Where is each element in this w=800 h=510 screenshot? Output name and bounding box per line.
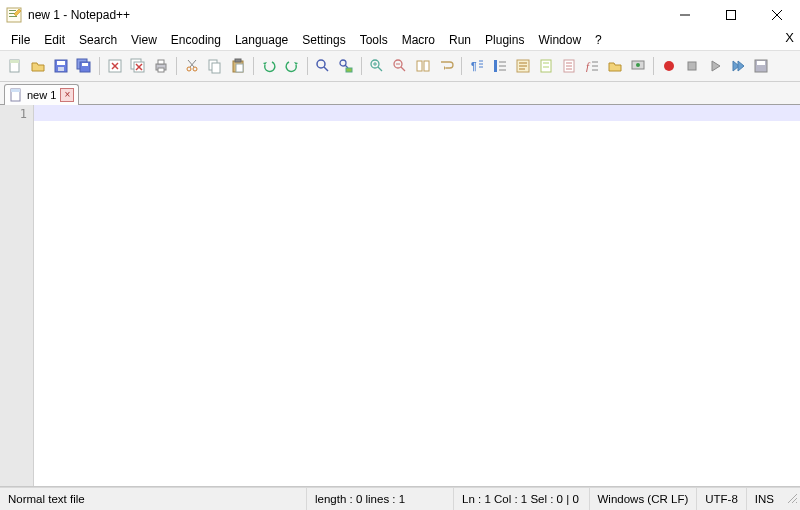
zoom-out-icon[interactable] xyxy=(389,55,411,77)
svg-rect-15 xyxy=(82,63,88,66)
svg-rect-1 xyxy=(9,10,16,11)
copy-icon[interactable] xyxy=(204,55,226,77)
new-file-icon[interactable] xyxy=(4,55,26,77)
svg-rect-9 xyxy=(10,60,19,63)
paste-icon[interactable] xyxy=(227,55,249,77)
line-number: 1 xyxy=(0,107,27,121)
statusbar: Normal text file length : 0 lines : 1 Ln… xyxy=(0,487,800,510)
redo-icon[interactable] xyxy=(281,55,303,77)
print-icon[interactable] xyxy=(150,55,172,77)
svg-rect-31 xyxy=(212,63,220,73)
svg-rect-39 xyxy=(346,68,352,72)
menu-edit[interactable]: Edit xyxy=(37,31,72,49)
status-position: Ln : 1 Col : 1 Sel : 0 | 0 xyxy=(454,488,590,510)
indent-guide-icon[interactable] xyxy=(489,55,511,77)
svg-rect-47 xyxy=(417,61,422,71)
svg-point-74 xyxy=(664,61,674,71)
svg-point-35 xyxy=(317,60,325,68)
svg-rect-75 xyxy=(688,62,696,70)
play-multi-icon[interactable] xyxy=(727,55,749,77)
status-insert-mode[interactable]: INS xyxy=(747,488,782,510)
tab-close-icon[interactable]: × xyxy=(60,88,74,102)
save-macro-icon[interactable] xyxy=(750,55,772,77)
svg-line-41 xyxy=(378,67,382,71)
window-title: new 1 - Notepad++ xyxy=(28,8,130,22)
menu-view[interactable]: View xyxy=(124,31,164,49)
maximize-button[interactable] xyxy=(708,0,754,30)
minimize-button[interactable] xyxy=(662,0,708,30)
svg-rect-79 xyxy=(11,89,20,92)
svg-rect-24 xyxy=(158,60,164,64)
status-eol[interactable]: Windows (CR LF) xyxy=(590,488,698,510)
tab-label: new 1 xyxy=(27,89,56,101)
undo-icon[interactable] xyxy=(258,55,280,77)
svg-line-80 xyxy=(788,494,797,503)
menu-window[interactable]: Window xyxy=(531,31,588,49)
menu-encoding[interactable]: Encoding xyxy=(164,31,228,49)
stop-macro-icon[interactable] xyxy=(681,55,703,77)
status-length: length : 0 lines : 1 xyxy=(307,488,454,510)
cut-icon[interactable] xyxy=(181,55,203,77)
udl-icon[interactable] xyxy=(512,55,534,77)
open-file-icon[interactable] xyxy=(27,55,49,77)
menu-help[interactable]: ? xyxy=(588,31,609,49)
current-line-highlight xyxy=(34,105,800,121)
find-icon[interactable] xyxy=(312,55,334,77)
svg-rect-34 xyxy=(236,64,243,72)
menubar: File Edit Search View Encoding Language … xyxy=(0,30,800,50)
monitor-icon[interactable] xyxy=(627,55,649,77)
show-all-chars-icon[interactable]: ¶ xyxy=(466,55,488,77)
menu-settings[interactable]: Settings xyxy=(295,31,352,49)
svg-line-82 xyxy=(796,502,797,503)
editor-area: 1 xyxy=(0,105,800,487)
resize-grip-icon[interactable] xyxy=(782,492,800,506)
svg-rect-62 xyxy=(543,62,549,64)
close-button[interactable] xyxy=(754,0,800,30)
svg-rect-48 xyxy=(424,61,429,71)
svg-rect-11 xyxy=(57,61,65,65)
menu-run[interactable]: Run xyxy=(442,31,478,49)
titlebar: new 1 - Notepad++ xyxy=(0,0,800,30)
menu-macro[interactable]: Macro xyxy=(395,31,442,49)
status-encoding[interactable]: UTF-8 xyxy=(697,488,747,510)
svg-point-27 xyxy=(193,67,197,71)
svg-point-73 xyxy=(636,63,640,67)
menu-search[interactable]: Search xyxy=(72,31,124,49)
doc-map-icon[interactable] xyxy=(535,55,557,77)
function-list-icon[interactable]: f xyxy=(581,55,603,77)
zoom-in-icon[interactable] xyxy=(366,55,388,77)
toolbar: ¶ f xyxy=(0,50,800,82)
menu-language[interactable]: Language xyxy=(228,31,295,49)
svg-rect-12 xyxy=(58,67,64,71)
tabbar: new 1 × xyxy=(0,82,800,105)
svg-line-36 xyxy=(324,67,328,71)
menu-tools[interactable]: Tools xyxy=(353,31,395,49)
secondary-close-icon[interactable]: X xyxy=(785,30,794,45)
menu-plugins[interactable]: Plugins xyxy=(478,31,531,49)
play-macro-icon[interactable] xyxy=(704,55,726,77)
menu-file[interactable]: File xyxy=(4,31,37,49)
svg-rect-77 xyxy=(757,61,765,65)
replace-icon[interactable] xyxy=(335,55,357,77)
folder-workspace-icon[interactable] xyxy=(604,55,626,77)
status-filetype: Normal text file xyxy=(0,488,307,510)
sync-scroll-icon[interactable] xyxy=(412,55,434,77)
svg-rect-5 xyxy=(727,11,736,20)
svg-line-45 xyxy=(401,67,405,71)
svg-point-26 xyxy=(187,67,191,71)
wrap-icon[interactable] xyxy=(435,55,457,77)
text-editor[interactable] xyxy=(34,105,800,486)
close-file-icon[interactable] xyxy=(104,55,126,77)
line-gutter: 1 xyxy=(0,105,34,486)
save-all-icon[interactable] xyxy=(73,55,95,77)
save-icon[interactable] xyxy=(50,55,72,77)
doc-list-icon[interactable] xyxy=(558,55,580,77)
svg-text:¶: ¶ xyxy=(471,61,477,72)
tab-new-1[interactable]: new 1 × xyxy=(4,84,79,105)
close-all-icon[interactable] xyxy=(127,55,149,77)
svg-rect-25 xyxy=(158,68,164,72)
record-macro-icon[interactable] xyxy=(658,55,680,77)
svg-rect-53 xyxy=(494,60,497,72)
file-icon xyxy=(9,88,23,102)
svg-text:f: f xyxy=(586,60,591,72)
